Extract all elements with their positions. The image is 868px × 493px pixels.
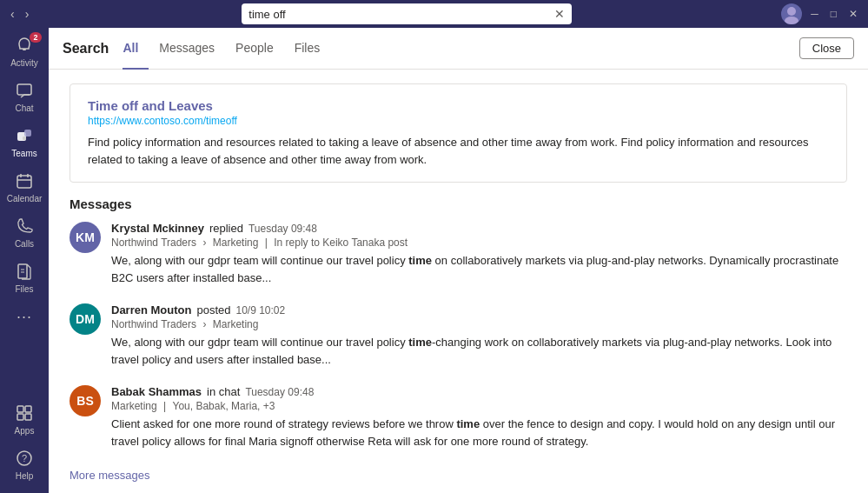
user-avatar[interactable] [781, 3, 802, 24]
message-text: Client asked for one more round of strat… [111, 416, 847, 450]
message-text: We, along with our gdpr team will contin… [111, 334, 847, 368]
search-input[interactable] [248, 8, 549, 21]
sidebar-item-help[interactable]: ? Help [0, 441, 49, 486]
message-meta: Northwind Traders › Marketing [111, 318, 847, 330]
message-header: Babak Shammas in chat Tuesday 09:48 [111, 385, 847, 398]
avatar: DM [70, 303, 101, 335]
svg-rect-15 [25, 406, 31, 412]
message-content: Krystal Mckinney replied Tuesday 09:48 N… [111, 222, 847, 286]
calendar-label: Calendar [7, 194, 43, 203]
message-header: Darren Mouton posted 10/9 10:02 [111, 303, 847, 316]
back-button[interactable]: ‹ [7, 7, 18, 21]
sidebar-item-calendar[interactable]: Calendar [0, 163, 49, 209]
maximize-button[interactable]: □ [827, 8, 840, 20]
activity-badge: 2 [30, 32, 42, 43]
more-icon: ··· [14, 306, 35, 327]
svg-rect-7 [17, 176, 31, 188]
clear-search-button[interactable]: ✕ [554, 8, 565, 20]
svg-rect-17 [25, 414, 31, 420]
tab-all[interactable]: All [123, 28, 149, 70]
message-content: Babak Shammas in chat Tuesday 09:48 Mark… [111, 385, 847, 450]
chat-label: Chat [15, 103, 33, 113]
svg-rect-14 [17, 406, 23, 412]
message-header: Krystal Mckinney replied Tuesday 09:48 [111, 222, 847, 235]
message-time: Tuesday 09:48 [248, 223, 317, 235]
message-time: Tuesday 09:48 [245, 386, 314, 398]
result-card-title[interactable]: Time off and Leaves [88, 98, 829, 113]
apps-icon [14, 403, 35, 423]
sidebar-item-apps[interactable]: Apps [0, 396, 49, 441]
sidebar: 2 Activity Chat [0, 28, 49, 493]
chrome-right: ─ □ ✕ [781, 3, 861, 24]
top-result-card: Time off and Leaves https://www.contoso.… [70, 83, 847, 183]
message-content: Darren Mouton posted 10/9 10:02 Northwin… [111, 303, 847, 368]
chrome-nav: ‹ › [7, 7, 32, 21]
close-window-button[interactable]: ✕ [845, 8, 861, 20]
result-card-url[interactable]: https://www.contoso.com/timeoff [88, 115, 829, 127]
messages-section-heading: Messages [70, 197, 847, 211]
sidebar-item-teams[interactable]: Teams [0, 118, 49, 163]
svg-rect-3 [17, 84, 31, 95]
message-item: KM Krystal Mckinney replied Tuesday 09:4… [70, 222, 847, 286]
activity-label: Activity [10, 58, 38, 68]
calls-icon [14, 216, 35, 237]
main-panel: Search All Messages People Files Close T… [49, 28, 868, 493]
content-area: Time off and Leaves https://www.contoso.… [49, 70, 868, 493]
sidebar-item-activity[interactable]: 2 Activity [0, 28, 49, 73]
tab-files[interactable]: Files [284, 28, 331, 70]
more-messages-link[interactable]: More messages [70, 469, 149, 482]
svg-rect-16 [17, 414, 23, 420]
tabs: All Messages People Files [123, 28, 788, 70]
sidebar-bottom: Apps ? Help [0, 396, 49, 493]
highlight-time: time [408, 336, 432, 349]
result-card-description: Find policy information and resources re… [88, 134, 829, 168]
sidebar-item-chat[interactable]: Chat [0, 73, 49, 118]
message-action: in chat [207, 385, 240, 398]
search-title: Search [63, 41, 109, 57]
apps-label: Apps [15, 426, 35, 436]
forward-button[interactable]: › [22, 7, 33, 21]
teams-label: Teams [11, 149, 36, 158]
message-item: DM Darren Mouton posted 10/9 10:02 North… [70, 303, 847, 368]
svg-point-1 [785, 17, 798, 24]
highlight-time: time [456, 417, 480, 430]
search-box-container: ✕ [242, 3, 572, 24]
message-meta: Northwind Traders › Marketing | In reply… [111, 237, 847, 249]
svg-point-0 [787, 7, 796, 16]
message-meta: Marketing | You, Babak, Maria, +3 [111, 400, 847, 412]
svg-rect-11 [18, 264, 27, 278]
avatar: KM [70, 222, 101, 253]
close-search-button[interactable]: Close [799, 37, 854, 59]
help-label: Help [16, 471, 34, 481]
sidebar-item-calls[interactable]: Calls [0, 209, 49, 254]
teams-icon [14, 125, 35, 146]
sidebar-item-files[interactable]: Files [0, 254, 49, 299]
files-icon [14, 261, 35, 282]
calls-label: Calls [15, 239, 34, 249]
message-sender: Darren Mouton [111, 303, 191, 316]
window-chrome: ‹ › ✕ ─ □ ✕ [0, 0, 868, 28]
svg-rect-6 [23, 137, 26, 140]
sidebar-item-more[interactable]: ··· [0, 299, 49, 332]
files-label: Files [15, 284, 33, 294]
avatar: BS [70, 385, 101, 416]
minimize-button[interactable]: ─ [807, 8, 822, 20]
svg-rect-5 [24, 130, 31, 137]
message-text: We, along with our gdpr team will contin… [111, 252, 847, 286]
message-action: posted [196, 303, 230, 316]
topbar: Search All Messages People Files Close [49, 28, 868, 70]
message-time: 10/9 10:02 [236, 304, 286, 316]
message-action: replied [209, 222, 243, 235]
message-sender: Krystal Mckinney [111, 222, 204, 235]
message-item: BS Babak Shammas in chat Tuesday 09:48 M… [70, 385, 847, 450]
message-sender: Babak Shammas [111, 385, 202, 398]
chat-icon [14, 80, 35, 101]
calendar-icon [14, 170, 35, 191]
svg-rect-2 [23, 49, 26, 50]
svg-text:?: ? [22, 453, 27, 463]
help-icon: ? [14, 448, 35, 469]
highlight-time: time [408, 254, 432, 267]
search-box-wrap: ✕ [39, 3, 774, 24]
tab-messages[interactable]: Messages [149, 28, 225, 70]
tab-people[interactable]: People [225, 28, 284, 70]
